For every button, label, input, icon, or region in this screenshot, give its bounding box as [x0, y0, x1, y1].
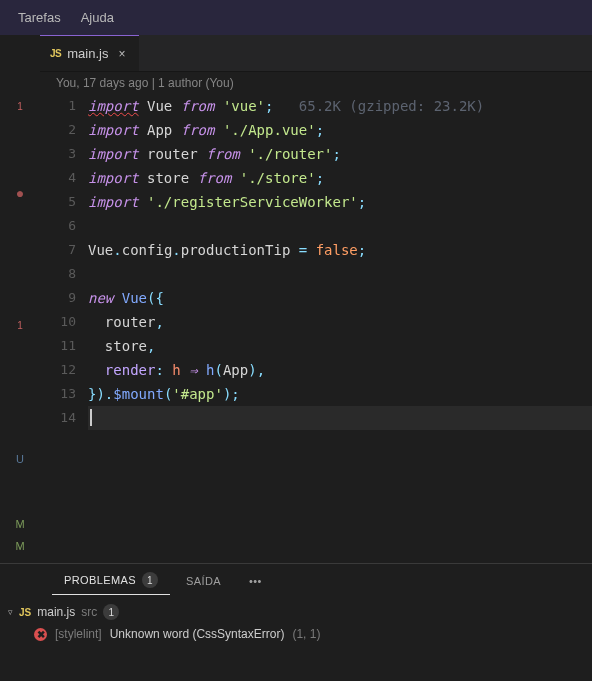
- menu-ajuda[interactable]: Ajuda: [71, 0, 124, 35]
- gutter-scm-m2: M: [0, 540, 40, 552]
- problem-location: (1, 1): [292, 627, 320, 641]
- panel-more-icon[interactable]: •••: [237, 569, 274, 593]
- problem-file-count: 1: [103, 604, 119, 620]
- gutter-breakpoint-marker[interactable]: ●: [0, 185, 40, 201]
- panel: PROBLEMAS 1 SAÍDA ••• ▿ JS main.js src 1…: [0, 563, 592, 658]
- menubar: Tarefas Ajuda: [0, 0, 592, 35]
- problem-source: [stylelint]: [55, 627, 102, 641]
- tab-output[interactable]: SAÍDA: [174, 569, 233, 593]
- tab-main-js[interactable]: JS main.js ×: [40, 35, 139, 71]
- gutter-overview: 1 ● 1 U M M: [0, 35, 40, 563]
- gutter-error-marker-2[interactable]: 1: [0, 320, 40, 331]
- problem-file-name: main.js: [37, 605, 75, 619]
- problem-message: Unknown word (CssSyntaxError): [110, 627, 285, 641]
- gutter-scm-u: U: [0, 453, 40, 465]
- js-file-icon: JS: [19, 607, 31, 618]
- tab-title: main.js: [67, 46, 108, 61]
- error-icon: ✖: [34, 628, 47, 641]
- chevron-down-icon: ▿: [8, 607, 13, 617]
- cursor: [90, 409, 92, 426]
- menu-tarefas[interactable]: Tarefas: [8, 0, 71, 35]
- tab-bar: JS main.js ×: [40, 35, 592, 72]
- close-icon[interactable]: ×: [114, 47, 129, 61]
- gutter-error-marker[interactable]: 1: [0, 101, 40, 112]
- problems-count-badge: 1: [142, 572, 158, 588]
- problem-file-row[interactable]: ▿ JS main.js src 1: [8, 601, 584, 623]
- statusbar[interactable]: [0, 658, 592, 681]
- tab-problems[interactable]: PROBLEMAS 1: [52, 566, 170, 595]
- code-editor[interactable]: 123 456 789 101112 1314 import Vue from …: [40, 94, 592, 563]
- problem-item[interactable]: ✖ [stylelint] Unknown word (CssSyntaxErr…: [8, 623, 584, 645]
- line-numbers: 123 456 789 101112 1314: [40, 94, 88, 563]
- panel-tabs: PROBLEMAS 1 SAÍDA •••: [0, 564, 592, 597]
- js-file-icon: JS: [50, 48, 61, 59]
- gutter-scm-m1: M: [0, 518, 40, 530]
- problem-file-dir: src: [81, 605, 97, 619]
- codelens-blame[interactable]: You, 17 days ago | 1 author (You): [40, 72, 592, 94]
